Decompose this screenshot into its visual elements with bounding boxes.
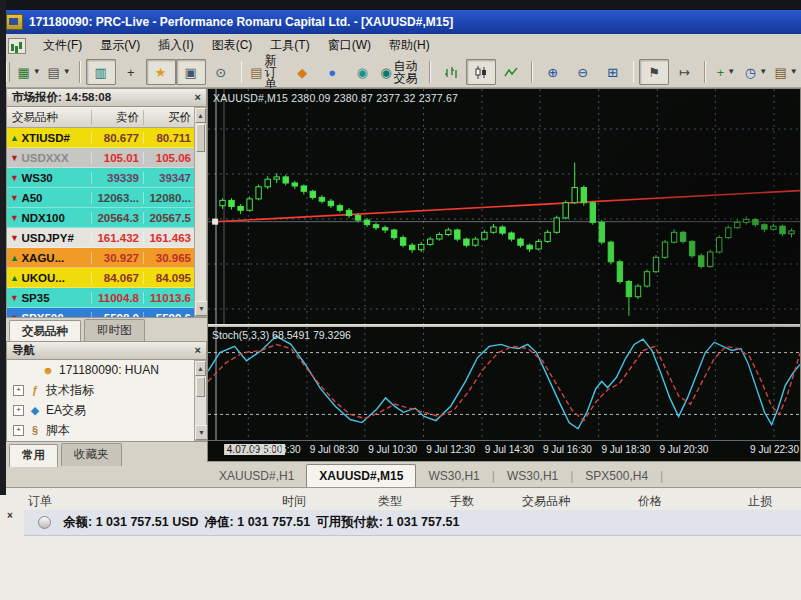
toolbar-grip[interactable] [6,62,10,82]
orders-column-2[interactable]: 类型 [378,493,402,510]
symbol-row-ukou[interactable]: ▲UKOU...84.06784.095 [7,268,195,288]
indicators-icon: ƒ [28,384,42,396]
market-watch-close-icon[interactable]: × [195,93,201,102]
navigator-account-item[interactable]: ☻171180090: HUAN [7,360,195,380]
autotrading-button[interactable]: ◉自动交易 [377,59,424,85]
bar-chart-mode-button[interactable] [436,59,466,85]
market-watch-toggle-button[interactable]: ▥ [86,59,116,85]
column-symbol[interactable]: 交易品种 [7,110,91,125]
chevron-down-icon: ▼ [63,68,71,76]
orders-column-4[interactable]: 交易品种 [522,493,570,510]
time-axis-label: 9 Jul 10:30 [368,444,417,455]
title-bar[interactable]: 171180090: PRC-Live - Performance Romaru… [0,10,801,34]
arrow-down-icon: ▼ [7,193,19,203]
bid-price: 20564.3 [91,212,143,224]
toolbar-separator [429,61,431,83]
auto-scroll-button[interactable]: ⚑ [639,59,669,85]
menu-item-t[interactable]: 工具(T) [261,35,318,55]
community-button[interactable]: ● [317,59,347,85]
navigator-close-icon[interactable]: × [195,346,201,355]
templates-button[interactable]: ▤▼ [771,59,801,85]
metaeditor-button[interactable]: ◆ [287,59,317,85]
chevron-down-icon: ▼ [727,68,735,76]
menu-item-c[interactable]: 图表(C) [203,35,262,55]
market-watch-tab-inactive[interactable]: 即时图 [84,319,145,342]
expand-plus-icon[interactable]: + [13,385,24,396]
arrow-down-icon: ▼ [7,173,19,183]
symbol-row-sp35[interactable]: ▼SP3511004.811013.6 [7,288,195,308]
market-watch-scrollbar[interactable]: ▲ ▼ [194,107,207,317]
indicators-button[interactable]: +▼ [711,59,741,85]
navigator-titlebar[interactable]: 导航 × [6,341,207,360]
zoom-in-button[interactable]: ⊕ [538,59,568,85]
terminal-toggle-button[interactable]: ▣ [176,59,206,85]
data-window-button[interactable]: + [116,59,146,85]
scroll-up-icon[interactable]: ▲ [195,361,206,376]
scrollbar-thumb[interactable] [196,377,205,397]
app-logo-icon [6,14,23,30]
navigator-toggle-button[interactable]: ★ [146,59,176,85]
expand-plus-icon[interactable]: + [13,405,24,416]
market-button[interactable]: ◉ [347,59,377,85]
new-chart-button[interactable]: ▦▼ [14,59,44,85]
globe-icon: ◉ [356,66,367,79]
symbol-row-usdxxx[interactable]: ▼USDXXX105.01105.06 [7,148,195,168]
orders-column-3[interactable]: 手数 [450,493,474,510]
menu-item-w[interactable]: 窗口(W) [319,35,380,55]
chart-tab-ws30h1[interactable]: WS30,H1 [495,465,570,488]
orders-column-1[interactable]: 时间 [282,493,306,510]
ask-price: 20567.5 [143,212,195,224]
symbol-row-xtiusd[interactable]: ▲XTIUSD#80.67780.711 [7,128,195,148]
bid-price: 11004.8 [91,292,143,304]
column-ask[interactable]: 买价 [143,110,195,125]
navigator-item-脚本[interactable]: +§脚本 [7,420,195,440]
arrow-down-icon: ▼ [7,213,19,223]
orders-column-5[interactable]: 价格 [638,493,662,510]
terminal-close-icon[interactable]: × [7,510,13,521]
market-watch-titlebar[interactable]: 市场报价: 14:58:08 × [6,88,207,107]
orders-column-0[interactable]: 订单 [28,493,52,510]
ask-price: 30.965 [143,252,195,264]
profiles-button[interactable]: ▤▼ [44,59,74,85]
zoom-out-button[interactable]: ⊖ [568,59,598,85]
navigator-item-技术指标[interactable]: +ƒ技术指标 [7,380,195,400]
menu-item-v[interactable]: 显示(V) [91,35,149,55]
column-bid[interactable]: 卖价 [91,110,143,125]
market-watch-tab-active[interactable]: 交易品种 [9,320,81,343]
symbol-row-ndx100[interactable]: ▼NDX10020564.320567.5 [7,208,195,228]
chart-tab-xauusdm15[interactable]: XAUUSD#,M15 [306,464,416,488]
chart-tab-ws30h1[interactable]: WS30,H1 [416,465,491,488]
stochastic-chart-canvas[interactable] [208,327,800,440]
tile-windows-button[interactable]: ⊞ [598,59,628,85]
balance-label: 余额: [63,515,92,529]
chart-system-menu-icon[interactable] [8,38,26,54]
scrollbar-thumb[interactable] [196,124,205,152]
line-chart-mode-button[interactable] [496,59,526,85]
strategy-tester-button[interactable]: ⊙ [206,59,236,85]
toolbar: ▦▼▤▼▥+★▣⊙▤新订单◆●◉◉自动交易⊕⊖⊞⚑↦+▼◷▼▤▼ [0,57,801,88]
expand-plus-icon[interactable]: + [13,425,24,436]
new-order-button[interactable]: ▤新订单 [247,59,287,85]
community-icon: ● [328,66,336,79]
symbol-row-ws30[interactable]: ▼WS303933939347 [7,168,195,188]
navigator-item-EA交易[interactable]: +◆EA交易 [7,400,195,420]
symbol-row-xagu[interactable]: ▲XAGU...30.92730.965 [7,248,195,268]
chart-tab-spx500h4[interactable]: SPX500,H4 [573,465,660,488]
symbol-row-usdjpy[interactable]: ▼USDJPY#161.432161.463 [7,228,195,248]
scroll-up-icon[interactable]: ▲ [195,108,206,123]
navigator-tab-inactive[interactable]: 收藏夹 [61,443,122,466]
navigator-tab-active[interactable]: 常用 [9,444,58,467]
navigator-item-label: 技术指标 [46,382,94,399]
price-chart-canvas[interactable] [208,89,800,324]
menu-item-f[interactable]: 文件(F) [34,35,91,55]
chart-shift-button[interactable]: ↦ [669,59,699,85]
navigator-scrollbar[interactable]: ▲ ▼ [194,360,207,441]
menu-item-h[interactable]: 帮助(H) [380,35,439,55]
candlestick-mode-button[interactable] [466,59,496,85]
orders-column-6[interactable]: 止损 [748,493,772,510]
menu-item-i[interactable]: 插入(I) [149,35,202,55]
symbol-row-a50[interactable]: ▼A5012063...12080... [7,188,195,208]
chart-tab-xauusdh1[interactable]: XAUUSD#,H1 [207,465,306,488]
timeframes-button[interactable]: ◷▼ [741,59,771,85]
time-axis[interactable]: 4.07.09 5:009 Jul 06:309 Jul 08:309 Jul … [208,440,800,461]
